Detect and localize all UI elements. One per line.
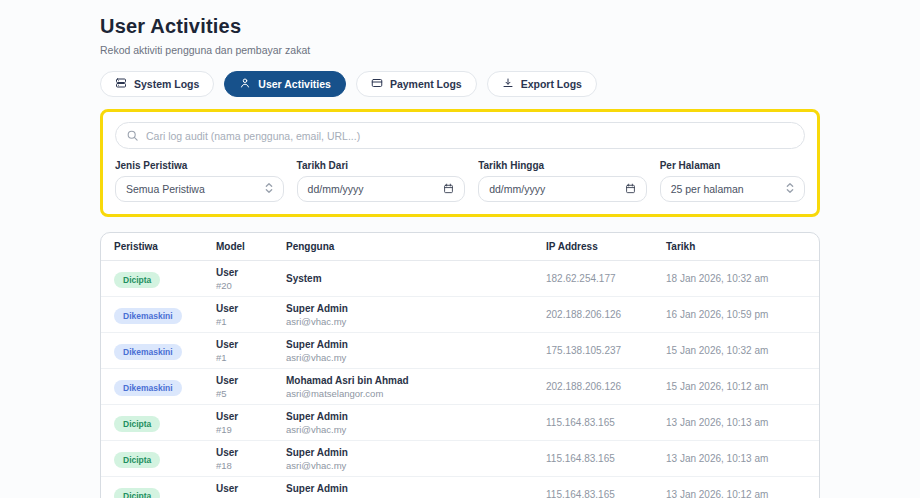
cell-ip-address: 182.62.254.177 — [546, 273, 666, 284]
tab-export-logs[interactable]: Export Logs — [487, 71, 597, 97]
filter-jenis-peristiwa: Jenis Peristiwa Semua Peristiwa — [115, 160, 284, 202]
table-row[interactable]: Dicipta User #18 Super Admin asri@vhac.m… — [101, 441, 819, 477]
tarikh-hingga-input[interactable]: dd/mm/yyyy — [478, 176, 647, 202]
column-header-model: Model — [216, 241, 286, 252]
search-input[interactable] — [115, 122, 805, 149]
user-email: asri@vhac.my — [286, 352, 546, 363]
event-badge: Dicipta — [114, 272, 160, 288]
cell-peristiwa: Dikemaskini — [114, 377, 216, 396]
cell-pengguna: Super Admin asri@vhac.my — [286, 411, 546, 435]
cell-tarikh: 18 Jan 2026, 10:32 am — [666, 273, 806, 284]
tab-payment-logs[interactable]: Payment Logs — [356, 71, 477, 97]
table-body: Dicipta User #20 System 182.62.254.177 1… — [101, 261, 819, 498]
per-halaman-select[interactable]: 25 per halaman — [660, 176, 805, 202]
user-name: Super Admin — [286, 411, 546, 422]
column-header-peristiwa: Peristiwa — [114, 241, 216, 252]
cell-peristiwa: Dicipta — [114, 413, 216, 432]
event-badge: Dikemaskini — [114, 380, 182, 396]
cell-model: User #20 — [216, 267, 286, 291]
activity-table: Peristiwa Model Pengguna IP Address Tari… — [100, 232, 820, 498]
tab-user-activities[interactable]: User Activities — [224, 71, 346, 97]
cell-pengguna: Super Admin asri@vhac.my — [286, 339, 546, 363]
field-label: Tarikh Hingga — [478, 160, 647, 171]
table-row[interactable]: Dikemaskini User #1 Super Admin asri@vha… — [101, 297, 819, 333]
tab-system-logs[interactable]: System Logs — [100, 71, 214, 97]
model-id: #18 — [216, 460, 286, 471]
model-id: #1 — [216, 316, 286, 327]
tab-label: Payment Logs — [390, 78, 462, 90]
search-wrap — [115, 122, 805, 149]
tab-label: Export Logs — [521, 78, 582, 90]
cell-ip-address: 115.164.83.165 — [546, 417, 666, 428]
cell-tarikh: 13 Jan 2026, 10:13 am — [666, 453, 806, 464]
field-label: Per Halaman — [660, 160, 805, 171]
log-tabs: System Logs User Activities Payment Logs… — [100, 71, 820, 97]
model-name: User — [216, 339, 286, 350]
cell-model: User #18 — [216, 447, 286, 471]
select-spinner-icon — [265, 180, 273, 198]
model-id: #5 — [216, 388, 286, 399]
user-icon — [239, 77, 251, 91]
main-content: User Activities Rekod aktiviti pengguna … — [100, 0, 820, 498]
table-row[interactable]: Dicipta User #19 Super Admin asri@vhac.m… — [101, 405, 819, 441]
select-value: Semua Peristiwa — [126, 183, 205, 195]
cell-model: User #17 — [216, 483, 286, 498]
model-name: User — [216, 411, 286, 422]
cell-peristiwa: Dicipta — [114, 449, 216, 468]
cell-model: User #19 — [216, 411, 286, 435]
user-email: asri@matselangor.com — [286, 388, 546, 399]
event-badge: Dicipta — [114, 488, 160, 498]
user-name: Super Admin — [286, 447, 546, 458]
user-email: asri@vhac.my — [286, 424, 546, 435]
column-header-ip: IP Address — [546, 241, 666, 252]
cell-pengguna: Super Admin asri@vhac.my — [286, 303, 546, 327]
cell-pengguna: Super Admin asri@vhac.my — [286, 447, 546, 471]
model-id: #20 — [216, 280, 286, 291]
tarikh-dari-input[interactable]: dd/mm/yyyy — [297, 176, 466, 202]
calendar-icon — [625, 180, 636, 198]
date-value: dd/mm/yyyy — [489, 183, 545, 195]
cell-tarikh: 15 Jan 2026, 10:12 am — [666, 381, 806, 392]
calendar-icon — [443, 180, 454, 198]
date-value: dd/mm/yyyy — [308, 183, 364, 195]
table-row[interactable]: Dikemaskini User #5 Mohamad Asri bin Ahm… — [101, 369, 819, 405]
select-spinner-icon — [786, 180, 794, 198]
user-name: Super Admin — [286, 339, 546, 350]
download-icon — [502, 77, 514, 91]
cell-model: User #1 — [216, 339, 286, 363]
model-id: #19 — [216, 424, 286, 435]
model-name: User — [216, 303, 286, 314]
cell-peristiwa: Dicipta — [114, 269, 216, 288]
column-header-pengguna: Pengguna — [286, 241, 546, 252]
cell-ip-address: 115.164.83.165 — [546, 453, 666, 464]
cell-model: User #1 — [216, 303, 286, 327]
model-name: User — [216, 375, 286, 386]
user-name: Super Admin — [286, 303, 546, 314]
jenis-peristiwa-select[interactable]: Semua Peristiwa — [115, 176, 284, 202]
model-id: #1 — [216, 352, 286, 363]
cell-tarikh: 15 Jan 2026, 10:32 am — [666, 345, 806, 356]
filter-panel-highlighted: Jenis Peristiwa Semua Peristiwa Tarikh D… — [100, 109, 820, 217]
event-badge: Dicipta — [114, 416, 160, 432]
table-header: Peristiwa Model Pengguna IP Address Tari… — [101, 233, 819, 261]
user-email: asri@vhac.my — [286, 316, 546, 327]
filter-row: Jenis Peristiwa Semua Peristiwa Tarikh D… — [115, 160, 805, 202]
table-row[interactable]: Dicipta User #17 Super Admin asri@vhac.m… — [101, 477, 819, 498]
table-row[interactable]: Dicipta User #20 System 182.62.254.177 1… — [101, 261, 819, 297]
cell-model: User #5 — [216, 375, 286, 399]
model-name: User — [216, 267, 286, 278]
event-badge: Dikemaskini — [114, 308, 182, 324]
cell-ip-address: 202.188.206.126 — [546, 309, 666, 320]
cell-peristiwa: Dikemaskini — [114, 305, 216, 324]
table-row[interactable]: Dikemaskini User #1 Super Admin asri@vha… — [101, 333, 819, 369]
user-name: Mohamad Asri bin Ahmad — [286, 375, 546, 386]
page-subtitle: Rekod aktiviti pengguna dan pembayar zak… — [100, 44, 820, 56]
user-name: Super Admin — [286, 483, 546, 494]
filter-tarikh-dari: Tarikh Dari dd/mm/yyyy — [297, 160, 466, 202]
cell-pengguna: Super Admin asri@vhac.my — [286, 483, 546, 498]
cell-ip-address: 115.164.83.165 — [546, 489, 666, 498]
field-label: Tarikh Dari — [297, 160, 466, 171]
cell-pengguna: System — [286, 273, 546, 284]
cell-peristiwa: Dikemaskini — [114, 341, 216, 360]
cell-tarikh: 16 Jan 2026, 10:59 pm — [666, 309, 806, 320]
